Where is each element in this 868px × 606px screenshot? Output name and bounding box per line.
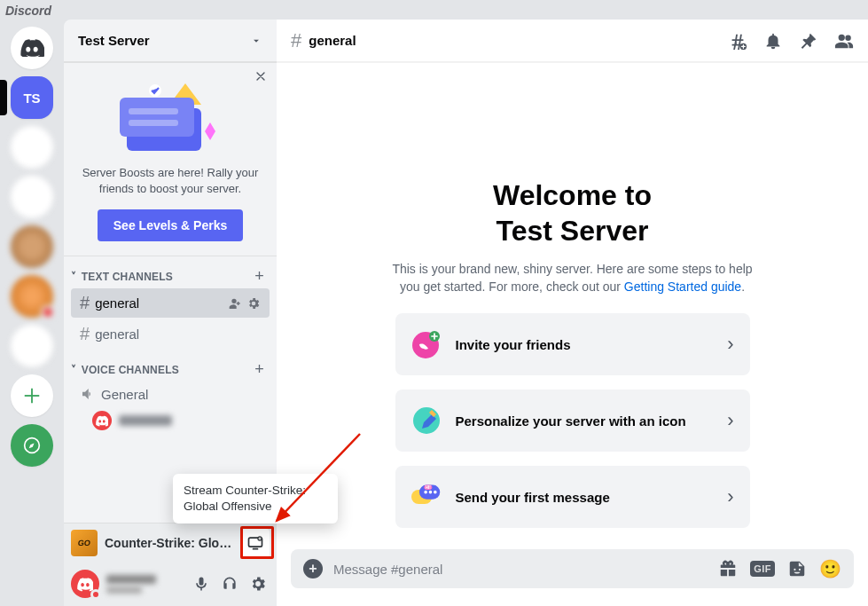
svg-rect-4 bbox=[129, 120, 178, 126]
sticker-button[interactable] bbox=[787, 559, 807, 578]
server-item[interactable] bbox=[11, 126, 53, 169]
game-icon: GO bbox=[71, 530, 98, 556]
gift-icon bbox=[718, 559, 738, 578]
card-label: Invite your friends bbox=[456, 337, 571, 352]
avatar bbox=[92, 411, 112, 430]
gear-icon bbox=[249, 575, 267, 593]
user-name-block bbox=[106, 575, 156, 594]
category-voice-channels[interactable]: ˅ VOICE CHANNELS + bbox=[64, 350, 277, 381]
onboarding-personalize[interactable]: Personalize your server with an icon › bbox=[395, 390, 750, 452]
message-input[interactable] bbox=[333, 562, 708, 577]
server-item[interactable] bbox=[11, 225, 53, 268]
gif-button[interactable]: GIF bbox=[750, 561, 775, 577]
user-panel bbox=[64, 562, 277, 606]
server-item[interactable] bbox=[11, 176, 53, 218]
emoji-button[interactable]: 🙂 bbox=[819, 558, 841, 579]
svg-point-15 bbox=[428, 491, 432, 494]
voice-user-name bbox=[119, 415, 172, 426]
plus-icon bbox=[22, 386, 42, 405]
chat-area: # general Welcome toTest Server This is … bbox=[277, 20, 868, 606]
notifications-button[interactable] bbox=[763, 31, 783, 51]
server-item[interactable] bbox=[11, 275, 53, 318]
welcome-area: Welcome toTest Server This is your brand… bbox=[277, 62, 868, 549]
message-composer: + GIF 🙂 bbox=[291, 549, 854, 588]
pin-icon bbox=[799, 31, 818, 51]
channel-general-active[interactable]: # general bbox=[71, 288, 270, 318]
onboarding-send-first[interactable]: HI! Send your first message › bbox=[395, 466, 750, 528]
discord-logo-icon bbox=[20, 39, 44, 57]
attach-button[interactable]: + bbox=[303, 559, 323, 578]
stream-button[interactable] bbox=[241, 529, 270, 557]
gear-icon[interactable] bbox=[246, 296, 261, 311]
screen-share-icon bbox=[246, 534, 264, 552]
chevron-down-icon: ˅ bbox=[71, 364, 76, 376]
getting-started-link[interactable]: Getting Started guide bbox=[624, 279, 741, 294]
member-list-button[interactable] bbox=[834, 31, 854, 51]
message-art-icon: HI! bbox=[411, 482, 442, 512]
gift-button[interactable] bbox=[718, 559, 738, 578]
home-button[interactable] bbox=[11, 27, 53, 69]
onboarding-invite[interactable]: Invite your friends › bbox=[395, 313, 750, 375]
brand-label: Discord bbox=[5, 4, 51, 18]
user-settings-button[interactable] bbox=[246, 572, 270, 595]
sticker-icon bbox=[787, 559, 807, 578]
stream-tooltip: Stream Counter-Strike: Global Offensive bbox=[173, 474, 338, 523]
channel-general[interactable]: # general bbox=[71, 319, 270, 349]
threads-button[interactable] bbox=[728, 31, 747, 51]
avatar[interactable] bbox=[71, 570, 99, 598]
server-name: Test Server bbox=[78, 33, 150, 48]
headphones-icon bbox=[221, 575, 239, 593]
welcome-title: Welcome toTest Server bbox=[493, 177, 652, 248]
chevron-right-icon: › bbox=[727, 409, 733, 432]
boost-levels-button[interactable]: See Levels & Perks bbox=[98, 209, 243, 241]
boost-art bbox=[78, 80, 262, 156]
members-icon bbox=[834, 31, 854, 51]
close-icon[interactable] bbox=[254, 69, 268, 83]
svg-rect-2 bbox=[120, 98, 194, 137]
hash-icon: # bbox=[291, 29, 301, 52]
card-label: Personalize your server with an icon bbox=[456, 413, 686, 429]
mute-button[interactable] bbox=[190, 572, 213, 595]
hash-icon: # bbox=[80, 324, 90, 344]
chevron-down-icon: ˅ bbox=[71, 271, 76, 283]
channel-label: general bbox=[95, 295, 139, 311]
status-dnd-icon bbox=[90, 589, 101, 600]
voice-channel-general[interactable]: General bbox=[71, 382, 270, 406]
server-initials: TS bbox=[23, 91, 40, 106]
explore-button[interactable] bbox=[11, 424, 53, 467]
server-header[interactable]: Test Server bbox=[64, 20, 277, 62]
deafen-button[interactable] bbox=[218, 572, 241, 595]
welcome-subtitle: This is your brand new, shiny server. He… bbox=[382, 261, 763, 295]
bell-icon bbox=[763, 31, 783, 51]
microphone-icon bbox=[192, 575, 210, 593]
compass-icon bbox=[23, 437, 41, 454]
server-item[interactable] bbox=[11, 325, 53, 367]
invite-icon[interactable] bbox=[227, 296, 241, 311]
chevron-right-icon: › bbox=[727, 333, 733, 356]
add-text-channel-button[interactable]: + bbox=[254, 267, 264, 286]
mention-badge bbox=[41, 305, 55, 319]
voice-user[interactable] bbox=[64, 407, 277, 434]
add-voice-channel-button[interactable]: + bbox=[254, 360, 264, 379]
svg-text:HI!: HI! bbox=[425, 485, 430, 490]
add-server-button[interactable] bbox=[11, 374, 53, 417]
activity-panel: GO Counter-Strike: Global ... bbox=[64, 523, 277, 562]
boost-text: Server Boosts are here! Rally your frien… bbox=[78, 165, 262, 197]
channel-label: General bbox=[101, 387, 148, 402]
boost-card: Server Boosts are here! Rally your frien… bbox=[64, 62, 277, 256]
selection-pill bbox=[0, 80, 7, 115]
category-text-channels[interactable]: ˅ TEXT CHANNELS + bbox=[64, 256, 277, 287]
hash-icon: # bbox=[80, 293, 90, 313]
svg-point-16 bbox=[434, 491, 437, 494]
server-selected[interactable]: TS bbox=[11, 76, 53, 119]
invite-art-icon bbox=[411, 329, 442, 359]
server-rail: TS bbox=[0, 20, 64, 606]
speaker-icon bbox=[80, 386, 96, 402]
channel-label: general bbox=[95, 327, 139, 342]
threads-icon bbox=[728, 31, 747, 51]
activity-label: Counter-Strike: Global ... bbox=[105, 536, 234, 550]
channel-title: general bbox=[309, 33, 356, 48]
svg-point-14 bbox=[424, 491, 427, 494]
pinned-button[interactable] bbox=[799, 31, 818, 51]
chevron-right-icon: › bbox=[727, 485, 733, 508]
